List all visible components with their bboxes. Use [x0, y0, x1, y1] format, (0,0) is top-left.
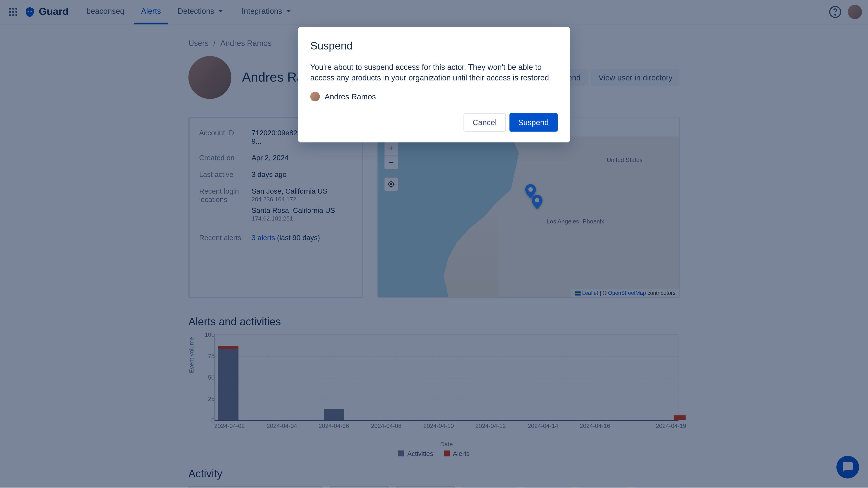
modal-user-avatar [310, 92, 320, 101]
modal-body: You're about to suspend access for this … [310, 62, 558, 84]
confirm-suspend-button[interactable]: Suspend [509, 113, 558, 132]
modal-user-name: Andres Ramos [324, 92, 376, 101]
suspend-modal: Suspend You're about to suspend access f… [298, 27, 569, 143]
modal-title: Suspend [310, 40, 558, 53]
cancel-button[interactable]: Cancel [464, 113, 506, 132]
modal-user: Andres Ramos [310, 92, 558, 101]
